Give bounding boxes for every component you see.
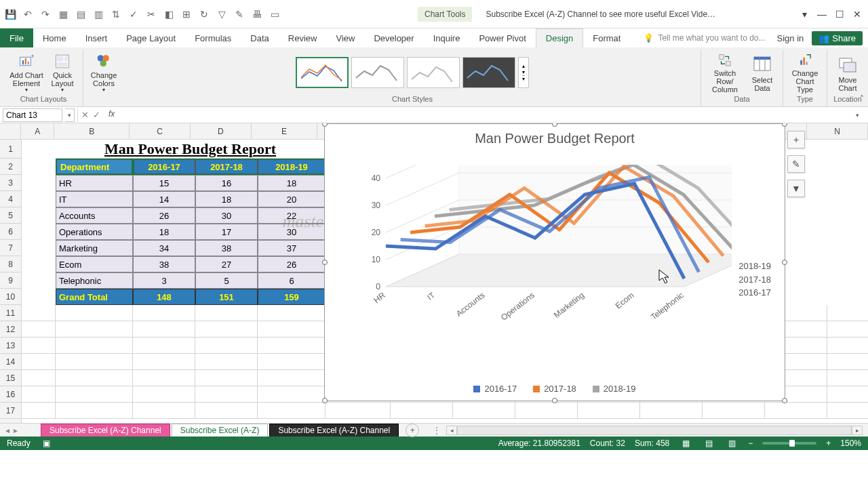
formula-enter-icon[interactable]: ✓ bbox=[93, 110, 100, 120]
maximize-icon[interactable]: ☐ bbox=[831, 6, 848, 22]
empty-cell[interactable] bbox=[133, 321, 195, 338]
table-dept-cell[interactable]: Operations bbox=[56, 224, 133, 240]
empty-cell[interactable] bbox=[195, 354, 258, 370]
chart-elements-button[interactable]: + bbox=[787, 131, 805, 148]
empty-cell[interactable] bbox=[258, 403, 326, 419]
tab-home[interactable]: Home bbox=[33, 28, 76, 47]
grand-total-label-cell[interactable]: Grand Total bbox=[56, 289, 133, 305]
empty-cell[interactable] bbox=[258, 338, 326, 354]
column-header[interactable]: A bbox=[21, 123, 54, 139]
chart-filters-button[interactable]: ▼ bbox=[787, 180, 805, 197]
column-header[interactable]: C bbox=[130, 123, 191, 139]
file-tab[interactable]: File bbox=[0, 28, 33, 47]
sheet-nav[interactable]: ◂▸ bbox=[0, 426, 41, 435]
sheet-tab[interactable]: Subscribe Excel (A-Z) bbox=[172, 424, 269, 436]
tab-formulas[interactable]: Formulas bbox=[185, 28, 241, 47]
empty-cell[interactable] bbox=[258, 305, 326, 321]
sheet-tab[interactable]: Subscribe Excel (A-Z) Channel bbox=[41, 424, 170, 436]
column-header[interactable]: E bbox=[252, 123, 318, 139]
empty-cell[interactable] bbox=[56, 321, 133, 338]
table-dept-cell[interactable]: Marketing bbox=[56, 240, 133, 256]
print-preview-icon[interactable]: ▤ bbox=[73, 7, 88, 22]
sign-in-link[interactable]: Sign in bbox=[777, 33, 804, 43]
table-value-cell[interactable]: 38 bbox=[133, 256, 195, 272]
chart-object[interactable]: + ✎ ▼ Man Power Budget Report 010203040H… bbox=[324, 123, 785, 401]
table-dept-cell[interactable]: HR bbox=[56, 175, 133, 191]
table-value-cell[interactable]: 16 bbox=[195, 175, 258, 191]
row-header[interactable]: 9 bbox=[0, 272, 21, 289]
horizontal-scrollbar[interactable]: ◂ ▸ bbox=[446, 426, 863, 435]
empty-cell[interactable] bbox=[195, 321, 258, 338]
empty-cell[interactable] bbox=[827, 305, 868, 321]
empty-cell[interactable] bbox=[391, 403, 453, 419]
empty-cell[interactable] bbox=[827, 354, 868, 370]
normal-view-icon[interactable]: ▦ bbox=[679, 438, 692, 449]
share-button[interactable]: 👥 Share bbox=[812, 31, 863, 45]
table-value-cell[interactable]: 38 bbox=[195, 240, 258, 256]
table-value-cell[interactable]: 30 bbox=[195, 207, 258, 224]
table-header-cell[interactable]: Department bbox=[56, 159, 133, 175]
grand-total-value-cell[interactable]: 148 bbox=[133, 289, 195, 305]
empty-cell[interactable] bbox=[827, 338, 868, 354]
empty-cell[interactable] bbox=[56, 370, 133, 386]
tab-power-pivot[interactable]: Power Pivot bbox=[469, 28, 535, 47]
tab-format[interactable]: Format bbox=[583, 28, 630, 47]
table-value-cell[interactable]: 15 bbox=[133, 175, 195, 191]
table-value-cell[interactable]: 18 bbox=[133, 224, 195, 240]
select-all-corner[interactable] bbox=[0, 123, 21, 139]
grand-total-value-cell[interactable]: 151 bbox=[195, 289, 258, 305]
row-header[interactable]: 4 bbox=[0, 191, 21, 207]
empty-cell[interactable] bbox=[827, 370, 868, 386]
empty-cell[interactable] bbox=[453, 403, 515, 419]
redo-icon[interactable]: ↷ bbox=[38, 7, 53, 22]
print-icon[interactable]: 🖶 bbox=[250, 7, 264, 22]
table-header-cell[interactable]: 2016-17 bbox=[133, 159, 195, 175]
tab-data[interactable]: Data bbox=[241, 28, 278, 47]
empty-cell[interactable] bbox=[22, 403, 56, 419]
empty-cell[interactable] bbox=[765, 403, 827, 419]
page-icon[interactable]: ▭ bbox=[267, 7, 282, 22]
empty-cell[interactable] bbox=[195, 386, 258, 403]
empty-cell[interactable] bbox=[56, 338, 133, 354]
empty-cell[interactable] bbox=[56, 305, 133, 321]
empty-cell[interactable] bbox=[133, 403, 195, 419]
empty-cell[interactable] bbox=[56, 403, 133, 419]
table-value-cell[interactable]: 26 bbox=[133, 207, 195, 224]
row-header[interactable]: 6 bbox=[0, 224, 21, 240]
empty-cell[interactable] bbox=[133, 354, 195, 370]
change-chart-type-button[interactable]: Change Chart Type bbox=[787, 52, 823, 94]
row-header[interactable]: 5 bbox=[0, 207, 21, 224]
table-value-cell[interactable]: 18 bbox=[195, 191, 258, 207]
zoom-in-icon[interactable]: + bbox=[826, 439, 831, 448]
row-header[interactable]: 10 bbox=[0, 289, 21, 305]
zoom-slider[interactable] bbox=[762, 442, 816, 445]
table-value-cell[interactable]: 17 bbox=[195, 224, 258, 240]
empty-cell[interactable] bbox=[195, 370, 258, 386]
macro-record-icon[interactable]: ▣ bbox=[43, 439, 50, 448]
save-icon[interactable]: 💾 bbox=[3, 7, 18, 22]
formula-cancel-icon[interactable]: ✕ bbox=[81, 110, 89, 120]
tab-insert[interactable]: Insert bbox=[76, 28, 117, 47]
zoom-level[interactable]: 150% bbox=[840, 439, 861, 448]
table-value-cell[interactable]: 37 bbox=[258, 240, 326, 256]
chart-style-4[interactable] bbox=[462, 57, 515, 88]
filter-icon[interactable]: ▽ bbox=[214, 7, 229, 22]
table-value-cell[interactable]: 6 bbox=[258, 272, 326, 289]
undo-icon[interactable]: ↶ bbox=[20, 7, 35, 22]
tab-inquire[interactable]: Inquire bbox=[424, 28, 470, 47]
add-sheet-button[interactable]: + bbox=[406, 424, 419, 437]
row-header[interactable]: 7 bbox=[0, 240, 21, 256]
tab-view[interactable]: View bbox=[326, 28, 364, 47]
page-layout-icon[interactable]: ▤ bbox=[702, 438, 715, 449]
row-header[interactable]: 13 bbox=[0, 338, 21, 354]
empty-cell[interactable] bbox=[195, 403, 258, 419]
empty-cell[interactable] bbox=[640, 403, 703, 419]
table-value-cell[interactable]: 22 bbox=[258, 207, 326, 224]
chart-plot-area[interactable]: 010203040HRITAccountsOperationsMarketing… bbox=[352, 165, 732, 341]
row-header[interactable]: 15 bbox=[0, 370, 21, 386]
table-header-cell[interactable]: 2017-18 bbox=[195, 159, 258, 175]
style-gallery-more[interactable]: ▴▾▾ bbox=[518, 57, 529, 88]
refresh-icon[interactable]: ↻ bbox=[197, 7, 212, 22]
empty-cell[interactable] bbox=[515, 403, 578, 419]
chart-title[interactable]: Man Power Budget Report bbox=[325, 131, 785, 146]
